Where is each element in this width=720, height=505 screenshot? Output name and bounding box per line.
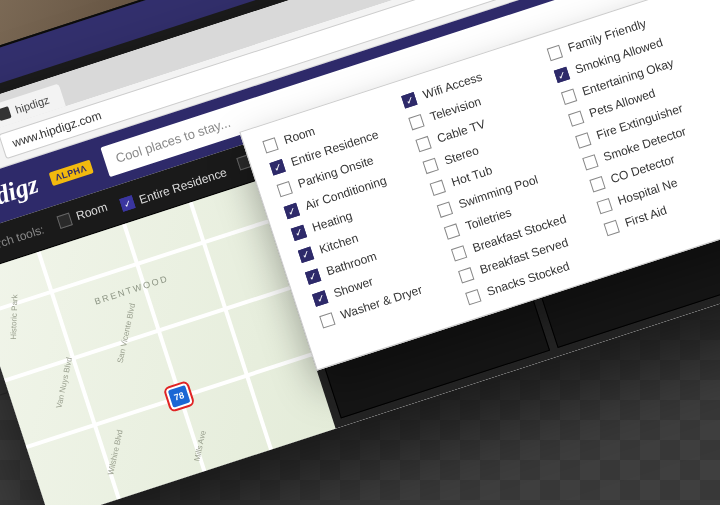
quick-filter[interactable]: Room — [56, 200, 109, 229]
highway-shield-icon: 78 — [165, 382, 193, 410]
checkbox-icon — [409, 113, 425, 129]
checkbox-icon: ✓ — [401, 92, 417, 108]
browser-window: hipdigz www.hipdigz.com hipdigz ΛLPHΛ Co… — [0, 0, 720, 505]
option-label: Stereo — [443, 143, 481, 167]
checkbox-icon — [451, 245, 467, 261]
option-label: Kitchen — [318, 231, 360, 257]
checkbox-icon — [416, 135, 432, 151]
alpha-badge: ΛLPHΛ — [49, 160, 94, 186]
map-neighborhood-label: BRENTWOOD — [93, 273, 170, 306]
checkbox-icon: ✓ — [553, 66, 569, 82]
checkbox-icon — [319, 312, 335, 328]
checkbox-icon — [596, 198, 612, 214]
favicon-icon — [0, 106, 12, 121]
option-label: First Aid — [623, 203, 669, 230]
checkbox-icon — [444, 223, 460, 239]
checkbox-icon: ✓ — [305, 268, 321, 284]
checkbox-icon: ✓ — [283, 202, 299, 218]
filter-label: Room — [74, 200, 109, 223]
checkbox-icon — [589, 176, 605, 192]
option-label: Heating — [310, 209, 354, 235]
street-label: Wilshire Blvd — [106, 428, 124, 475]
checkbox-icon: ✓ — [269, 159, 285, 175]
option-label: Hot Tub — [450, 163, 494, 189]
checkbox-icon — [262, 137, 278, 153]
checkbox-icon — [423, 157, 439, 173]
checkbox-icon — [603, 219, 619, 235]
checkbox-icon — [575, 132, 591, 148]
checkbox-icon — [430, 179, 446, 195]
checkbox-icon — [458, 267, 474, 283]
option-label: Room — [282, 124, 317, 147]
checkbox-icon — [561, 88, 577, 104]
checkbox-icon: ✓ — [298, 246, 314, 262]
option-label: Shower — [332, 274, 375, 300]
street-label: San Vicente Blvd — [115, 302, 136, 363]
tab-label: hipdigz — [14, 93, 51, 115]
checkbox-icon — [56, 212, 72, 228]
checkbox-icon: ✓ — [291, 224, 307, 240]
checkbox-icon — [276, 181, 292, 197]
checkbox-icon: ✓ — [312, 290, 328, 306]
checkbox-icon — [465, 288, 481, 304]
checkbox-icon — [437, 201, 453, 217]
checkbox-icon — [546, 44, 562, 60]
street-label: Historic Park — [9, 294, 20, 340]
option-label: Toiletries — [464, 205, 513, 233]
checkbox-icon — [582, 154, 598, 170]
checkbox-icon: ✓ — [119, 195, 135, 211]
checkbox-icon — [568, 110, 584, 126]
